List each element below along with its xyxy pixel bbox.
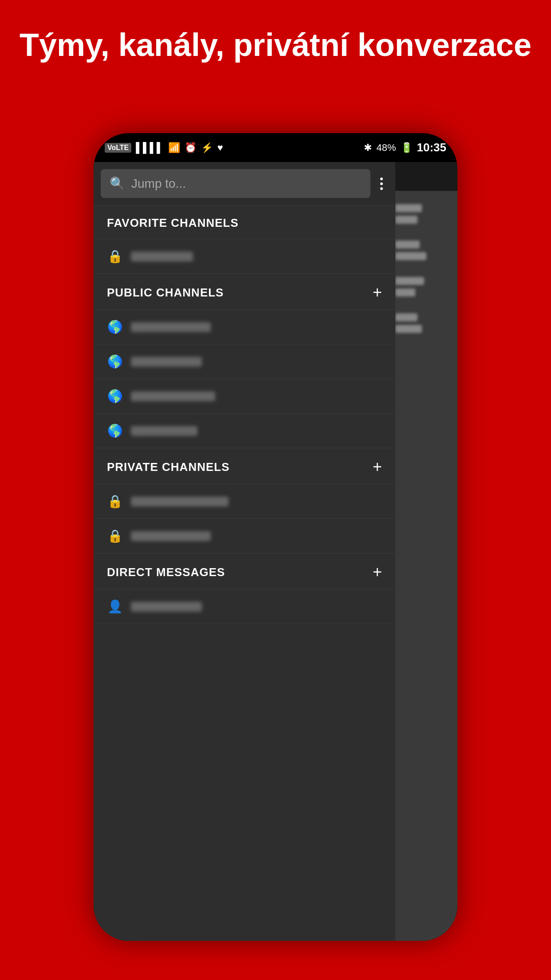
search-bar[interactable]: 🔍 Jump to... (101, 169, 370, 198)
volte-badge: VoLTE (105, 143, 131, 153)
usb-icon: ⚡ (201, 142, 213, 154)
globe-icon: 🌎 (107, 354, 123, 369)
side-text-3 (395, 277, 449, 300)
add-private-channel-button[interactable]: + (373, 459, 382, 475)
dot-1 (380, 178, 383, 180)
public-channels-header: PUBLIC CHANNELS + (94, 274, 395, 310)
favorite-channels-title: FAVORITE CHANNELS (107, 216, 239, 230)
search-icon: 🔍 (110, 176, 125, 191)
add-direct-message-button[interactable]: + (373, 564, 382, 580)
channel-name (131, 602, 202, 612)
channel-name (131, 531, 211, 541)
heart-icon: ♥ (217, 142, 223, 154)
side-text-2 (395, 241, 449, 264)
globe-icon: 🌎 (107, 389, 123, 403)
channel-name (131, 391, 215, 401)
main-panel: 🔍 Jump to... FAVORITE CHANNELS 🔒 (94, 162, 395, 941)
lock-icon: 🔒 (107, 529, 123, 543)
status-bar: VoLTE ▌▌▌▌ 📶 ⏰ ⚡ ♥ ✱ 48% 🔋 10:35 (94, 133, 457, 162)
dot-2 (380, 182, 383, 185)
public-channels-title: PUBLIC CHANNELS (107, 286, 224, 300)
lock-icon: 🔒 (107, 249, 123, 264)
side-text-4 (395, 313, 449, 336)
battery-icon: 🔋 (401, 142, 413, 154)
direct-messages-header: DIRECT MESSAGES + (94, 553, 395, 589)
list-item[interactable]: 🔒 (94, 484, 395, 519)
time-display: 10:35 (417, 141, 447, 154)
signal-icon: ▌▌▌▌ (136, 142, 163, 154)
direct-messages-title: DIRECT MESSAGES (107, 565, 225, 579)
side-text-1 (395, 204, 449, 227)
list-item[interactable]: 🌎 (94, 310, 395, 344)
status-right: ✱ 48% 🔋 10:35 (364, 141, 446, 154)
person-icon: 👤 (107, 599, 123, 614)
bluetooth-icon: ✱ (364, 142, 372, 154)
background-title: Týmy, kanály, privátní konverzace (0, 18, 551, 72)
more-menu-button[interactable] (375, 174, 388, 194)
globe-icon: 🌎 (107, 320, 123, 334)
search-bar-row: 🔍 Jump to... (94, 162, 395, 205)
phone-frame: VoLTE ▌▌▌▌ 📶 ⏰ ⚡ ♥ ✱ 48% 🔋 10:35 (94, 133, 457, 941)
channel-name (131, 357, 202, 367)
list-item[interactable]: 🌎 (94, 379, 395, 414)
channel-name (131, 252, 193, 261)
list-item[interactable]: 🌎 (94, 344, 395, 379)
search-placeholder: Jump to... (131, 177, 186, 191)
side-panel (386, 191, 457, 941)
list-item[interactable]: 🌎 (94, 414, 395, 448)
channel-name (131, 322, 211, 332)
alarm-icon: ⏰ (185, 142, 197, 154)
list-item[interactable]: 🔒 (94, 519, 395, 553)
favorite-channels-header: FAVORITE CHANNELS (94, 205, 395, 239)
private-channels-title: PRIVATE CHANNELS (107, 460, 230, 474)
status-left: VoLTE ▌▌▌▌ 📶 ⏰ ⚡ ♥ (105, 142, 223, 154)
private-channels-header: PRIVATE CHANNELS + (94, 448, 395, 484)
battery-percent: 48% (376, 142, 396, 154)
add-public-channel-button[interactable]: + (373, 285, 382, 300)
phone-inner: 🔍 Jump to... FAVORITE CHANNELS 🔒 (94, 162, 457, 941)
channel-name (131, 497, 228, 506)
lock-icon: 🔒 (107, 494, 123, 509)
channel-list: FAVORITE CHANNELS 🔒 PUBLIC CHANNELS + 🌎 … (94, 205, 395, 941)
channel-name (131, 426, 197, 436)
wifi-icon: 📶 (168, 142, 180, 154)
globe-icon: 🌎 (107, 423, 123, 438)
dot-3 (380, 187, 383, 190)
list-item[interactable]: 👤 (94, 589, 395, 624)
list-item[interactable]: 🔒 (94, 239, 395, 274)
